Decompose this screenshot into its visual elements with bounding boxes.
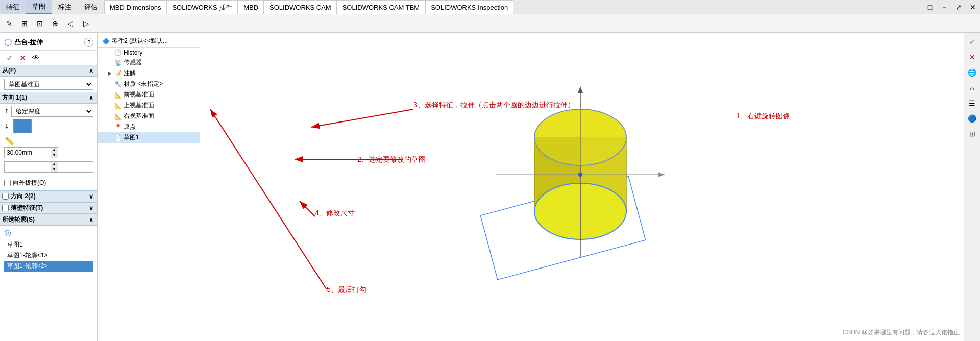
section-dir2-collapse: ∨ — [89, 193, 93, 200]
depth-spin-down[interactable]: ▼ — [51, 153, 58, 158]
annotation-5: 5、最后打勾 — [327, 285, 366, 295]
toolbar: ✎ ⊞ ⊡ ⊕ ◁ ▷ — [0, 14, 980, 33]
help-icon[interactable]: ? — [84, 38, 93, 47]
sketch1-icon: 📄 — [113, 134, 122, 141]
section-from-content: 草图基准面 — [0, 77, 97, 92]
section-dir2[interactable]: 方向 2(2) ∨ — [0, 190, 97, 202]
section-from-collapse: ∧ — [89, 67, 93, 75]
draft-checkbox[interactable] — [4, 180, 11, 186]
ruler-icon: 📏 — [4, 136, 14, 146]
right-confirm-btn[interactable]: ✓ — [965, 35, 979, 49]
section-contours-content: ◎ 草图1 草图1-轮廓<1> 草图1-轮廓<2> — [0, 226, 97, 274]
toolbar-next[interactable]: ▷ — [79, 16, 93, 31]
right-sphere-btn[interactable]: 🔵 — [965, 111, 979, 126]
depth-type-row: ↗ 给定深度 — [4, 106, 93, 117]
section-thin[interactable]: 薄壁特征(T) ∨ — [0, 202, 97, 214]
second-input[interactable] — [5, 162, 51, 172]
window-controls: □ － ⤢ ✕ — [923, 0, 980, 14]
second-input-container: ▲ ▼ — [4, 161, 93, 173]
section-contours[interactable]: 所选轮廓(S) ∧ — [0, 214, 97, 226]
contour-item-0[interactable]: 草图1 — [4, 239, 93, 250]
right-home-btn[interactable]: ⌂ — [965, 81, 979, 95]
annotation-2: 2、选定要修改的草图 — [357, 155, 426, 164]
tree-item-history[interactable]: 🕐 History — [98, 48, 200, 57]
section-dir1[interactable]: 方向 1(1) ∧ — [0, 92, 97, 104]
contour-icon-row: ◎ — [4, 228, 93, 237]
notes-icon: 📝 — [113, 70, 122, 77]
annotation-1: 1、右键旋转图像 — [736, 112, 790, 121]
menu-sw-plugin[interactable]: SOLIDWORKS 插件 — [166, 0, 238, 14]
tree-item-notes[interactable]: ▶ 📝 注解 — [98, 68, 200, 79]
depth-spin-up[interactable]: ▲ — [51, 148, 58, 153]
from-dropdown[interactable]: 草图基准面 — [4, 79, 93, 90]
win-close[interactable]: ✕ — [966, 0, 980, 14]
toolbar-plus[interactable]: ⊕ — [48, 16, 62, 31]
depth-type-dropdown[interactable]: 给定深度 — [11, 106, 93, 117]
feature-tree-panel: 🔷 零件2 (默认<<默认... 🕐 History 📡 传感器 ▶ 📝 注解 … — [98, 33, 200, 341]
tree-header: 🔷 零件2 (默认<<默认... — [98, 35, 200, 48]
contour-item-2[interactable]: 草图1-轮廓<2> — [4, 261, 93, 272]
right-cancel-btn[interactable]: ✕ — [965, 50, 979, 64]
svg-line-18 — [300, 201, 315, 216]
measurement-icon-row: 📏 — [4, 135, 93, 147]
win-restore[interactable]: □ — [923, 0, 937, 14]
left-panel: ⬡ 凸台-拉伸 ? ✓ ✕ 👁 从(F) ∧ 草图基准面 — [0, 33, 98, 341]
viewport[interactable]: 1、右键旋转图像 2、选定要修改的草图 3、选择特征，拉伸（点击两个圆的边边进行… — [200, 33, 964, 341]
preview-btn[interactable]: 👁 — [31, 53, 41, 63]
draft-label[interactable]: 向外拔模(O) — [4, 178, 93, 188]
tree-item-sensors[interactable]: 📡 传感器 — [98, 57, 200, 68]
part-icon: 🔷 — [102, 38, 110, 45]
second-spin-down[interactable]: ▼ — [51, 167, 58, 172]
prop-title: 凸台-拉伸 — [14, 38, 43, 47]
depth-input-container: ▲ ▼ — [4, 147, 58, 158]
svg-marker-11 — [578, 86, 583, 93]
contour-item-1[interactable]: 草图1-轮廓<1> — [4, 250, 93, 261]
svg-line-17 — [311, 109, 413, 127]
tree-item-right-plane[interactable]: 📐 右视基准面 — [98, 111, 200, 121]
menu-feature[interactable]: 特征 — [0, 0, 26, 14]
confirm-btn[interactable]: ✓ — [4, 53, 14, 63]
depth-visual — [13, 119, 32, 133]
win-minimize[interactable]: － — [937, 0, 951, 14]
svg-point-13 — [578, 173, 582, 177]
tree-item-origin[interactable]: 📍 原点 — [98, 121, 200, 132]
section-from[interactable]: 从(F) ∧ — [0, 65, 97, 77]
toolbar-grid[interactable]: ⊞ — [17, 16, 32, 31]
up-arrow-icon: ↗ — [3, 107, 11, 116]
toolbar-box[interactable]: ⊡ — [33, 16, 47, 31]
menu-sketch[interactable]: 草图 — [26, 0, 52, 14]
toolbar-prev[interactable]: ◁ — [63, 16, 78, 31]
menu-dimension[interactable]: 标注 — [52, 0, 78, 14]
tree-item-sketch1[interactable]: 📄 草图1 — [98, 132, 200, 143]
menu-sw-inspection[interactable]: SOLIDWORKS Inspection — [425, 0, 513, 14]
depth-spinner: ▲ ▼ — [51, 148, 58, 158]
right-plane-icon: 📐 — [113, 113, 122, 120]
menu-mbd-dim[interactable]: MBD Dimensions — [104, 0, 166, 14]
cancel-btn[interactable]: ✕ — [17, 53, 28, 63]
menu-evaluate[interactable]: 评估 — [78, 0, 104, 14]
tree-header-label: 零件2 (默认<<默认... — [112, 37, 168, 45]
toolbar-draw[interactable]: ✎ — [2, 16, 16, 31]
section-thin-collapse: ∨ — [89, 205, 93, 212]
contour-icon: ◎ — [4, 228, 11, 237]
prop-panel: ⬡ 凸台-拉伸 ? ✓ ✕ 👁 从(F) ∧ 草图基准面 — [0, 33, 97, 341]
menu-mbd[interactable]: MBD — [238, 0, 264, 14]
win-maximize[interactable]: ⤢ — [951, 0, 966, 14]
menu-sw-cam-tbm[interactable]: SOLIDWORKS CAM TBM — [337, 0, 425, 14]
tree-item-front-plane[interactable]: 📐 前视基准面 — [98, 89, 200, 100]
section-dir1-content: ↗ 给定深度 ↗ 📏 ▲ ▼ — [0, 104, 97, 176]
right-globe-btn[interactable]: 🌐 — [965, 65, 979, 80]
thin-checkbox[interactable] — [2, 205, 9, 211]
depth-input[interactable] — [5, 148, 51, 157]
menu-sw-cam[interactable]: SOLIDWORKS CAM — [264, 0, 337, 14]
tree-item-material[interactable]: 🔧 材质 <未指定> — [98, 79, 200, 89]
right-grid-btn[interactable]: ⊞ — [965, 127, 979, 141]
second-spin-up[interactable]: ▲ — [51, 162, 58, 167]
tree-item-top-plane[interactable]: 📐 上视基准面 — [98, 100, 200, 111]
second-input-row: ▲ ▼ — [4, 160, 93, 174]
dir2-checkbox[interactable] — [2, 193, 9, 200]
svg-line-19 — [210, 109, 327, 289]
section-dir1-collapse: ∧ — [89, 94, 93, 102]
right-menu-btn[interactable]: ☰ — [965, 96, 979, 110]
front-plane-icon: 📐 — [113, 91, 122, 99]
